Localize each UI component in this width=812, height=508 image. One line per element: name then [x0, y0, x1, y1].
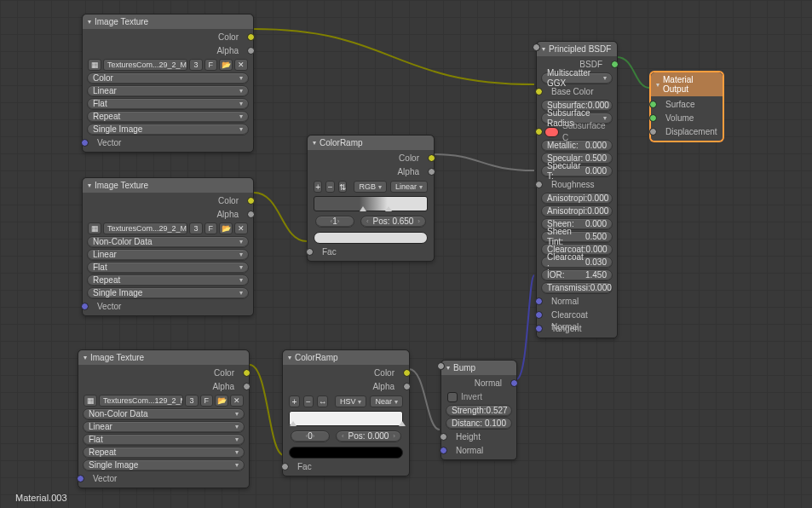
image-open-icon[interactable]: 📂: [215, 395, 228, 407]
ramp-stop-color[interactable]: [289, 447, 403, 459]
ramp-add-button[interactable]: +: [314, 181, 322, 193]
node-header[interactable]: ▾ Bump: [441, 361, 516, 375]
ccrough-input[interactable]: Clearcoat :0.030: [541, 257, 613, 268]
strength-input[interactable]: Strength:0.527: [446, 405, 512, 417]
image-unlink-icon[interactable]: ✕: [230, 395, 244, 407]
socket-height-in[interactable]: [440, 433, 447, 441]
socket-normal-in[interactable]: [535, 297, 543, 305]
collapse-icon[interactable]: ▾: [446, 364, 450, 372]
ramp-stop[interactable]: [399, 421, 406, 426]
socket-vector-in[interactable]: [81, 139, 89, 147]
image-users[interactable]: 3: [185, 395, 198, 407]
ramp-mode-select[interactable]: HSV: [335, 395, 367, 407]
collapse-icon[interactable]: ▾: [542, 45, 545, 53]
transmission-input[interactable]: Transmissi:0.000: [541, 282, 613, 294]
socket-ccnormal-in[interactable]: [535, 311, 543, 319]
ramp-pos-input[interactable]: ‹Pos: 0.000›: [336, 430, 401, 442]
color-space-select[interactable]: Non-Color Data: [83, 408, 245, 420]
invert-checkbox[interactable]: [447, 392, 458, 402]
ramp-remove-button[interactable]: −: [303, 395, 314, 407]
projection-select[interactable]: Flat: [87, 98, 249, 110]
projection-select[interactable]: Flat: [83, 434, 245, 446]
node-principled-bsdf[interactable]: ▾ Principled BSDF BSDF Multiscatter GGX …: [536, 41, 618, 338]
image-unlink-icon[interactable]: ✕: [234, 222, 248, 234]
image-open-icon[interactable]: 📂: [219, 222, 233, 234]
color-space-select[interactable]: Non-Color Data: [87, 236, 249, 248]
node-image-texture-3[interactable]: ▾ Image Texture Color Alpha ▦ TexturesCo…: [78, 349, 250, 488]
collapse-icon[interactable]: ▾: [88, 18, 91, 26]
node-colorramp-2[interactable]: ▾ ColorRamp Color Alpha + − ↔ HSV Near ‹…: [282, 349, 410, 476]
image-file-name[interactable]: TexturesCom...129_2_M.jpg: [99, 395, 183, 407]
image-fakeuser[interactable]: F: [204, 222, 218, 234]
ramp-add-button[interactable]: +: [289, 395, 300, 407]
node-material-output[interactable]: ▾ Material Output Surface Volume Displac…: [650, 72, 723, 141]
image-file-name[interactable]: TexturesCom...29_2_M.jpg: [103, 222, 187, 234]
socket-color-out[interactable]: [243, 369, 251, 377]
node-image-texture-1[interactable]: ▾ Image Texture Color Alpha ▦ TexturesCo…: [82, 14, 254, 153]
ramp-interp-select[interactable]: Linear: [390, 181, 428, 193]
socket-basecolor-in[interactable]: [535, 88, 543, 95]
ramp-stop-index[interactable]: ‹0›: [291, 430, 330, 442]
socket-bsdf-out[interactable]: [611, 61, 619, 68]
collapse-icon[interactable]: ▾: [84, 354, 87, 361]
socket-color-out[interactable]: [428, 154, 435, 162]
projection-select[interactable]: Flat: [87, 262, 249, 274]
ramp-stop-index[interactable]: ‹1›: [315, 216, 354, 228]
collapse-icon[interactable]: ▾: [313, 139, 316, 147]
anisorot-input[interactable]: Anisotropi:0.000: [541, 205, 613, 217]
ramp-remove-button[interactable]: −: [325, 181, 334, 193]
socket-alpha-out[interactable]: [247, 211, 255, 218]
collapse-icon[interactable]: ▾: [656, 81, 659, 89]
image-users[interactable]: 3: [189, 222, 202, 234]
node-header[interactable]: ▾ ColorRamp: [308, 136, 434, 150]
interpolation-select[interactable]: Linear: [83, 421, 245, 433]
interpolation-select[interactable]: Linear: [87, 249, 249, 261]
image-browse-icon[interactable]: ▦: [88, 59, 101, 71]
socket-alpha-out[interactable]: [428, 168, 435, 176]
socket-normal-in[interactable]: [440, 447, 447, 454]
image-unlink-icon[interactable]: ✕: [234, 59, 248, 71]
collapse-icon[interactable]: ▾: [88, 182, 91, 189]
socket-alpha-out[interactable]: [403, 383, 411, 390]
socket-vector-in[interactable]: [81, 303, 89, 310]
node-header[interactable]: ▾ Material Output: [651, 72, 723, 96]
ramp-pos-input[interactable]: ‹Pos: 0.650›: [360, 216, 426, 228]
color-ramp-gradient[interactable]: [289, 411, 403, 426]
node-bump[interactable]: ▾ Bump Normal Invert Strength:0.527 Dist…: [441, 360, 517, 460]
ramp-stop[interactable]: [385, 206, 392, 211]
ramp-interp-select[interactable]: Near: [370, 395, 403, 407]
socket-alpha-out[interactable]: [247, 47, 255, 55]
socket-alpha-out[interactable]: [243, 383, 251, 390]
image-users[interactable]: 3: [189, 59, 202, 71]
socket-normal-out[interactable]: [510, 379, 518, 387]
socket-tangent-in[interactable]: [535, 325, 543, 332]
color-space-select[interactable]: Color: [87, 72, 249, 84]
socket-distance-in[interactable]: [437, 362, 445, 370]
ramp-stop[interactable]: [360, 206, 366, 211]
interpolation-select[interactable]: Linear: [87, 85, 249, 97]
image-browse-icon[interactable]: ▦: [84, 395, 97, 407]
extension-select[interactable]: Repeat: [83, 447, 245, 459]
socket-in[interactable]: [533, 43, 540, 51]
distribution-select[interactable]: Multiscatter GGX: [541, 72, 613, 84]
node-header[interactable]: ▾ ColorRamp: [283, 350, 409, 365]
socket-color-out[interactable]: [247, 197, 255, 205]
socket-roughness-in[interactable]: [535, 181, 543, 188]
extension-select[interactable]: Repeat: [87, 274, 249, 286]
ramp-tools-icon[interactable]: ⇅: [338, 181, 347, 193]
image-open-icon[interactable]: 📂: [219, 59, 233, 71]
spectint-input[interactable]: Specular T:0.000: [541, 165, 613, 177]
image-fakeuser[interactable]: F: [204, 59, 218, 71]
node-image-texture-2[interactable]: ▾ Image Texture Color Alpha ▦ TexturesCo…: [82, 177, 254, 316]
socket-vector-in[interactable]: [77, 475, 84, 482]
node-header[interactable]: ▾ Image Texture: [83, 178, 253, 193]
socket-color-out[interactable]: [403, 369, 411, 377]
collapse-icon[interactable]: ▾: [288, 354, 291, 361]
socket-in[interactable]: [535, 128, 543, 136]
extension-select[interactable]: Repeat: [87, 111, 249, 123]
node-colorramp-1[interactable]: ▾ ColorRamp Color Alpha + − ⇅ RGB Linear…: [307, 135, 435, 262]
anisotropic-input[interactable]: Anisotropi:0.000: [541, 193, 613, 205]
socket-fac-in[interactable]: [306, 248, 314, 256]
image-file-name[interactable]: TexturesCom...29_2_M.jpg: [103, 59, 187, 71]
source-select[interactable]: Single Image: [87, 124, 249, 136]
